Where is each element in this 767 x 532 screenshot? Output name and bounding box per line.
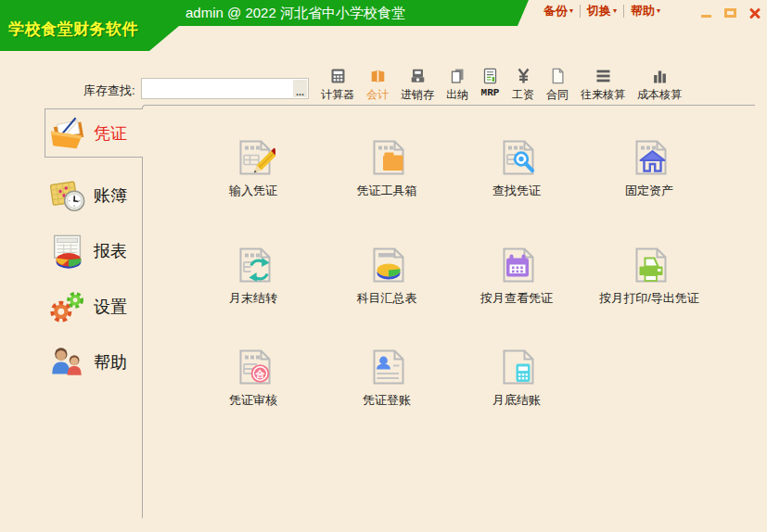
sidebar-item-label: 帮助 (94, 351, 127, 374)
input-voucher-icon (231, 135, 275, 180)
menu-separator (623, 5, 624, 18)
mrp-toolbar-button[interactable]: MRP (480, 67, 500, 98)
app-item-voucher-audit[interactable]: 凭证审核 (190, 345, 316, 409)
help-menu[interactable]: 帮助▾ (631, 3, 660, 19)
app-item-subject-summary[interactable]: 科目汇总表 (324, 243, 450, 307)
app-item-month-end-closing[interactable]: 月底结账 (454, 345, 580, 409)
app-item-label: 按月查看凭证 (480, 290, 553, 307)
backup-menu[interactable]: 备份▾ (543, 3, 573, 19)
salary-toolbar-button[interactable]: 工资 (512, 67, 534, 103)
app-logo: 学校食堂财务软件 (8, 19, 138, 40)
switch-menu[interactable]: 切换▾ (587, 3, 617, 19)
toolbar-button-label: 出纳 (446, 87, 468, 103)
sidebar-item-books[interactable]: 账簿 (48, 171, 143, 221)
voucher-posting-icon (364, 345, 409, 389)
contract-toolbar-button[interactable]: 合同 (546, 67, 569, 103)
monthly-view-icon (494, 243, 539, 287)
gears-icon (48, 287, 87, 326)
sidebar-item-label: 设置 (94, 296, 127, 318)
sidebar-item-settings[interactable]: 设置 (48, 282, 143, 332)
app-item-label: 凭证审核 (229, 392, 277, 409)
calculator-icon (328, 67, 348, 85)
month-end-closing-icon (494, 345, 539, 389)
mrp-icon (480, 67, 500, 85)
cost-icon (650, 67, 670, 85)
account-summary-icon (364, 243, 409, 287)
salary-icon (514, 67, 533, 85)
search-ellipsis-button[interactable]: ... (293, 80, 307, 97)
month-end-carryover-icon (231, 243, 275, 287)
sidebar-item-label: 报表 (94, 240, 127, 262)
app-item-label: 凭证工具箱 (357, 183, 417, 199)
calculator-toolbar-button[interactable]: 计算器 (321, 67, 354, 103)
cost-accounting-toolbar-button[interactable]: 成本核算 (637, 67, 682, 103)
app-item-label: 凭证登账 (363, 392, 411, 409)
app-item-monthly-print-export[interactable]: 按月打印/导出凭证 (586, 243, 712, 307)
toolbar-button-label: 工资 (512, 87, 534, 103)
inventory-toolbar-button[interactable]: 进销存 (401, 67, 434, 103)
voucher-toolbox-icon (364, 135, 409, 180)
sidebar-item-label: 凭证 (94, 122, 127, 145)
sidebar-item-label: 账簿 (94, 184, 127, 207)
minimize-icon[interactable] (700, 7, 712, 19)
cashier-icon (448, 67, 467, 85)
accounting-toolbar-button[interactable]: 会计 (366, 67, 389, 103)
switch-menu-label: 切换 (587, 3, 611, 19)
app-item-label: 固定资产 (625, 183, 673, 199)
backup-menu-label: 备份 (543, 3, 568, 19)
inventory-search-input[interactable] (142, 79, 308, 98)
sidebar-item-help[interactable]: 帮助 (48, 337, 143, 387)
window-controls (700, 7, 761, 19)
ledger-icon (594, 67, 613, 85)
app-item-label: 输入凭证 (229, 183, 277, 199)
maximize-icon[interactable] (724, 7, 736, 19)
chevron-down-icon: ▾ (657, 7, 660, 15)
report-pie-icon (48, 232, 87, 271)
inventory-search-box: ... (141, 78, 309, 99)
voucher-review-icon (231, 345, 275, 389)
app-item-input-voucher[interactable]: 输入凭证 (190, 135, 316, 199)
sidebar-item-voucher[interactable]: 凭证 (48, 108, 143, 158)
menu-separator (580, 5, 581, 18)
app-item-label: 月末结转 (229, 290, 277, 307)
app-item-label: 查找凭证 (492, 183, 541, 199)
sidebar-item-reports[interactable]: 报表 (48, 226, 143, 276)
toolbar-button-label: 合同 (546, 87, 569, 103)
inventory-search-label: 库存查找: (83, 82, 135, 99)
app-item-voucher-toolbox[interactable]: 凭证工具箱 (324, 135, 450, 199)
app-item-month-end-carryover[interactable]: 月末结转 (190, 243, 316, 307)
toolbar-button-label: 计算器 (321, 87, 354, 103)
fixed-assets-icon (627, 135, 671, 180)
accounting-icon (368, 67, 388, 85)
search-voucher-icon (494, 135, 539, 180)
app-item-label: 科目汇总表 (357, 290, 417, 307)
chevron-down-icon: ▾ (613, 7, 617, 15)
monthly-print-export-icon (627, 243, 671, 287)
voucher-folder-icon (48, 114, 87, 153)
window-title: admin @ 2022 河北省中小学校食堂 (185, 5, 405, 22)
app-item-find-voucher[interactable]: 查找凭证 (454, 135, 580, 199)
current-accounts-toolbar-button[interactable]: 往来核算 (581, 67, 625, 103)
app-item-monthly-view-voucher[interactable]: 按月查看凭证 (454, 243, 580, 307)
toolbar-button-label: MRP (481, 87, 500, 98)
chevron-down-icon: ▾ (569, 7, 573, 15)
titlebar-menus: 备份▾切换▾帮助▾ (543, 3, 660, 19)
app-item-label: 按月打印/导出凭证 (599, 290, 699, 307)
inventory-icon (408, 67, 428, 85)
toolbar-button-label: 成本核算 (637, 87, 682, 103)
help-people-icon (48, 343, 87, 382)
app-item-voucher-posting[interactable]: 凭证登账 (324, 345, 450, 409)
toolbar-button-label: 会计 (366, 87, 389, 103)
help-menu-label: 帮助 (631, 3, 655, 19)
toolbar-button-label: 进销存 (401, 87, 434, 103)
app-item-fixed-assets[interactable]: 固定资产 (586, 135, 712, 199)
ledger-calendar-icon (48, 176, 87, 215)
contract-icon (548, 67, 568, 85)
app-window: 学校食堂财务软件 admin @ 2022 河北省中小学校食堂 备份▾切换▾帮助… (0, 0, 767, 532)
toolbar-buttons: 计算器会计进销存出纳MRP工资合同往来核算成本核算 (321, 67, 682, 103)
app-item-label: 月底结账 (492, 392, 541, 409)
toolbar-button-label: 往来核算 (581, 87, 625, 103)
cashier-toolbar-button[interactable]: 出纳 (446, 67, 468, 103)
close-icon[interactable] (748, 7, 761, 19)
